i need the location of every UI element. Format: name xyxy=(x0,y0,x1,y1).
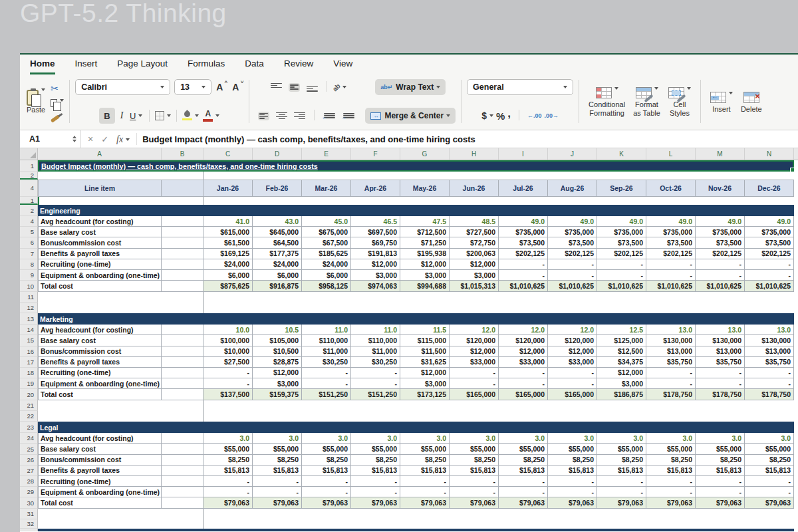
cell[interactable]: $30,250 xyxy=(351,357,400,368)
column-month-header[interactable]: Jul-26 xyxy=(499,180,548,197)
insert-cells-button[interactable]: ← Insert xyxy=(706,90,737,114)
cell[interactable]: - xyxy=(696,270,745,281)
row-label-cell[interactable]: Recruiting (one-time) xyxy=(38,368,162,378)
row-number[interactable]: 24 xyxy=(20,433,38,444)
cell[interactable]: $12,000 xyxy=(450,259,499,270)
cell[interactable]: $79,063 xyxy=(499,497,548,509)
cell[interactable]: $73,500 xyxy=(745,237,794,248)
cell[interactable]: $64,500 xyxy=(253,237,302,248)
cell[interactable] xyxy=(162,180,203,197)
column-month-header[interactable]: Aug-26 xyxy=(548,180,597,197)
cell[interactable]: - xyxy=(499,270,548,281)
column-header-e[interactable]: E xyxy=(302,148,351,160)
cell[interactable]: $3,000 xyxy=(450,270,499,281)
row-label-cell[interactable]: Benefits & payroll taxes xyxy=(38,249,162,259)
cell[interactable]: $12,000 xyxy=(400,259,450,270)
cell[interactable]: $115,000 xyxy=(400,335,450,346)
decrease-indent-icon[interactable]: ← xyxy=(324,112,335,120)
cell[interactable]: 48.5 xyxy=(450,216,499,227)
cell[interactable]: - xyxy=(745,368,794,378)
cell[interactable]: $191,813 xyxy=(351,249,400,259)
cell[interactable]: $1,010,625 xyxy=(597,281,646,292)
cell[interactable]: - xyxy=(499,487,548,497)
cell[interactable]: $178,750 xyxy=(745,389,794,400)
cell[interactable]: 11.0 xyxy=(302,325,351,335)
row-label-cell[interactable]: Equipment & onboarding (one-time) xyxy=(38,487,162,497)
row-label-cell[interactable]: Avg headcount (for costing) xyxy=(38,325,162,335)
cell[interactable]: 46.5 xyxy=(351,216,400,227)
cell[interactable]: - xyxy=(745,270,794,281)
bold-button[interactable]: B xyxy=(99,108,115,124)
cell[interactable]: - xyxy=(696,487,745,497)
cell[interactable]: $727,500 xyxy=(450,227,499,237)
cell[interactable]: 3.0 xyxy=(450,433,499,444)
cell[interactable]: 11.0 xyxy=(351,325,400,335)
row-number[interactable]: 2 xyxy=(20,172,38,180)
cell[interactable]: $55,000 xyxy=(351,444,400,454)
cell[interactable]: $6,000 xyxy=(203,270,253,281)
cell[interactable]: $130,000 xyxy=(646,335,696,346)
cell[interactable]: - xyxy=(203,378,253,389)
row-label-cell[interactable]: Bonus/commission cost xyxy=(38,455,162,466)
cell[interactable]: $12,000 xyxy=(253,368,302,378)
cell[interactable]: $151,250 xyxy=(302,389,351,400)
fill-color-button[interactable] xyxy=(182,111,199,121)
column-header-h[interactable]: H xyxy=(450,148,499,160)
cell[interactable] xyxy=(162,281,203,292)
cell[interactable]: $202,125 xyxy=(646,249,696,259)
row-number[interactable]: 22 xyxy=(20,411,38,422)
cell[interactable]: $1,015,313 xyxy=(450,281,499,292)
cell[interactable]: 11.5 xyxy=(400,325,450,335)
cell-styles-button[interactable]: CellStyles xyxy=(664,85,695,117)
cell[interactable]: - xyxy=(499,476,548,487)
cell[interactable]: $105,000 xyxy=(253,335,302,346)
cell[interactable]: - xyxy=(597,270,646,281)
cell[interactable]: $994,688 xyxy=(400,281,450,292)
cell[interactable]: 13.0 xyxy=(646,325,696,335)
column-month-header[interactable]: Apr-26 xyxy=(351,180,400,197)
cell[interactable]: $1,010,625 xyxy=(548,281,597,292)
cell[interactable]: $130,000 xyxy=(696,335,745,346)
italic-button[interactable]: I xyxy=(115,108,128,124)
cell[interactable]: $675,000 xyxy=(302,227,351,237)
cell[interactable]: $3,000 xyxy=(400,270,450,281)
delete-cells-button[interactable]: × Delete xyxy=(737,90,766,114)
tab-view[interactable]: View xyxy=(333,59,352,74)
row-number[interactable]: 23 xyxy=(20,422,38,433)
cell[interactable]: 12.0 xyxy=(450,325,499,335)
cell[interactable]: $79,063 xyxy=(203,497,253,509)
align-right-icon[interactable] xyxy=(294,112,305,120)
cell[interactable]: - xyxy=(548,487,597,497)
cell[interactable]: $79,063 xyxy=(745,497,794,509)
cell[interactable]: $178,750 xyxy=(646,389,696,400)
cell[interactable]: $33,000 xyxy=(499,357,548,368)
select-all-corner[interactable] xyxy=(20,148,38,160)
cell[interactable]: $3,000 xyxy=(400,378,450,389)
cell[interactable]: $735,000 xyxy=(646,227,696,237)
section-header-cell[interactable]: Engineering xyxy=(38,205,794,216)
cell[interactable]: $79,063 xyxy=(302,497,351,509)
cell[interactable]: 3.0 xyxy=(597,433,646,444)
cell[interactable]: - xyxy=(203,487,253,497)
cell[interactable] xyxy=(162,346,203,357)
cell[interactable]: $15,813 xyxy=(548,466,597,476)
cell[interactable]: $735,000 xyxy=(745,227,794,237)
cell[interactable]: $11,000 xyxy=(351,346,400,357)
column-month-header[interactable]: Jun-26 xyxy=(450,180,499,197)
cell[interactable]: 3.0 xyxy=(351,433,400,444)
cell[interactable]: $55,000 xyxy=(450,444,499,454)
row-number[interactable]: 13 xyxy=(20,313,38,325)
row-label-cell[interactable]: Recruiting (one-time) xyxy=(38,476,162,487)
cell[interactable]: $11,000 xyxy=(302,346,351,357)
cell[interactable]: $71,250 xyxy=(400,237,450,248)
row-number[interactable]: 4 xyxy=(20,216,38,227)
cell[interactable]: $79,063 xyxy=(400,497,450,509)
paste-button[interactable]: Paste xyxy=(27,88,45,114)
cell[interactable]: $15,813 xyxy=(253,466,302,476)
column-header-b[interactable]: B xyxy=(162,148,203,160)
cell[interactable]: $120,000 xyxy=(450,335,499,346)
cell[interactable]: $3,000 xyxy=(597,378,646,389)
cell[interactable]: $12,000 xyxy=(450,346,499,357)
cell[interactable]: $15,813 xyxy=(646,466,696,476)
cell[interactable]: 47.5 xyxy=(400,216,450,227)
